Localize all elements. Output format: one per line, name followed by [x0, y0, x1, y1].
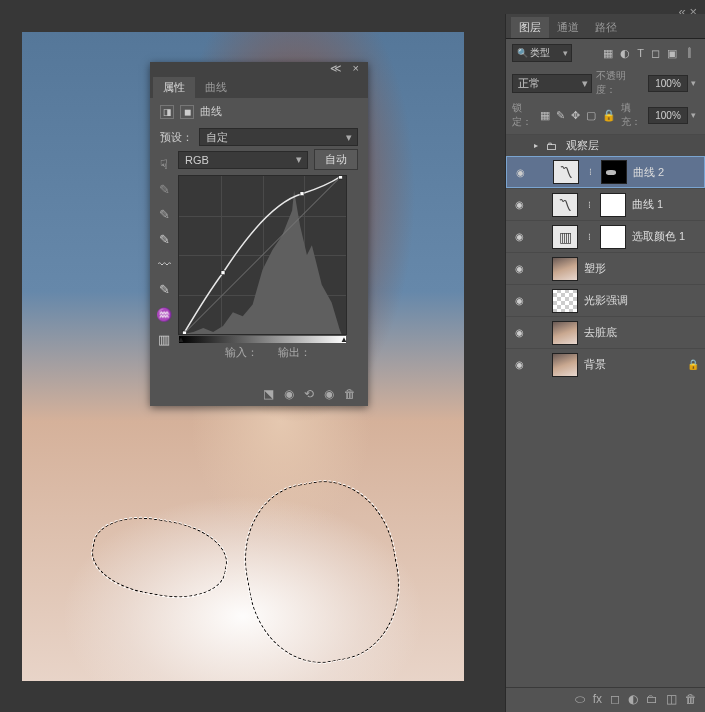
- curve-line: [179, 176, 346, 334]
- close-icon[interactable]: ×: [353, 62, 363, 74]
- layer-name[interactable]: 曲线 2: [633, 165, 698, 180]
- link-icon[interactable]: ⁞: [584, 232, 594, 242]
- adjustment-thumb[interactable]: ▥: [552, 225, 578, 249]
- layer-name[interactable]: 光影强调: [584, 293, 699, 308]
- visibility-toggle[interactable]: ◉: [512, 231, 526, 242]
- filter-toggle-icon[interactable]: ⏽: [684, 47, 695, 60]
- preset-select[interactable]: 自定: [199, 128, 358, 146]
- layer-row-background[interactable]: ◉ 背景 🔒: [506, 348, 705, 380]
- lock-artboard-icon[interactable]: ▢: [586, 109, 596, 122]
- visibility-toggle[interactable]: ◉: [512, 263, 526, 274]
- tab-curves-extra[interactable]: 曲线: [195, 77, 237, 98]
- tab-paths[interactable]: 路径: [587, 17, 625, 38]
- layer-row-lightshadow[interactable]: ◉ 光影强调: [506, 284, 705, 316]
- delete-adjustment-icon[interactable]: 🗑: [344, 387, 356, 401]
- layer-thumb[interactable]: [552, 321, 578, 345]
- smooth-icon[interactable]: ♒: [156, 307, 172, 322]
- tab-channels[interactable]: 通道: [549, 17, 587, 38]
- layer-row-shape[interactable]: ◉ 塑形: [506, 252, 705, 284]
- properties-panel-header[interactable]: ≪ ×: [150, 62, 368, 75]
- visibility-toggle[interactable]: ◉: [512, 295, 526, 306]
- selection-marquee-2: [233, 470, 412, 673]
- clip-to-layer-icon[interactable]: ⬔: [263, 387, 274, 401]
- layer-row-curves1[interactable]: ◉ 〽 ⁞ 曲线 1: [506, 188, 705, 220]
- filter-smart-icon[interactable]: ▣: [667, 47, 677, 60]
- layer-thumb[interactable]: [552, 289, 578, 313]
- layer-row-group[interactable]: ▸ 🗀 观察层: [506, 134, 705, 156]
- lock-pixels-icon[interactable]: ✎: [556, 109, 565, 122]
- filter-adjust-icon[interactable]: ◐: [620, 47, 630, 60]
- delete-layer-icon[interactable]: 🗑: [685, 692, 697, 706]
- svg-rect-3: [183, 331, 187, 334]
- curves-mask-icon: ◼: [180, 105, 194, 119]
- toggle-visibility-icon[interactable]: ◉: [324, 387, 334, 401]
- auto-button[interactable]: 自动: [314, 149, 358, 170]
- hand-tool-icon[interactable]: ☟: [160, 157, 168, 172]
- lock-label: 锁定：: [512, 101, 535, 129]
- layer-name[interactable]: 观察层: [566, 138, 699, 153]
- tab-properties[interactable]: 属性: [153, 77, 195, 98]
- edit-curve-icon[interactable]: 〰: [158, 257, 171, 272]
- link-icon[interactable]: ⁞: [584, 200, 594, 210]
- link-icon[interactable]: ⁞: [585, 167, 595, 177]
- add-mask-icon[interactable]: ◻: [610, 692, 620, 706]
- minimize-icon[interactable]: ≪: [330, 62, 346, 74]
- layer-row-cleanup[interactable]: ◉ 去脏底: [506, 316, 705, 348]
- curves-adjust-icon: ◨: [160, 105, 174, 119]
- layers-panel: 图层 通道 路径 类型 ▦ ◐ T ◻ ▣ ⏽ 正常 不透明度： 100% ▾ …: [505, 14, 705, 712]
- fill-dropdown-icon[interactable]: ▾: [688, 110, 699, 120]
- visibility-toggle[interactable]: ◉: [512, 199, 526, 210]
- group-expand-icon[interactable]: ▸: [534, 141, 538, 150]
- layer-name[interactable]: 去脏底: [584, 325, 699, 340]
- mask-thumb[interactable]: [600, 225, 626, 249]
- opacity-value[interactable]: 100%: [648, 75, 688, 92]
- svg-rect-1: [221, 271, 225, 275]
- black-sampler-icon[interactable]: ✎: [159, 232, 170, 247]
- mask-thumb[interactable]: [600, 193, 626, 217]
- layer-name[interactable]: 选取颜色 1: [632, 229, 699, 244]
- preset-label: 预设：: [160, 130, 193, 145]
- channel-select[interactable]: RGB: [178, 151, 308, 169]
- adjustment-thumb[interactable]: 〽: [553, 160, 579, 184]
- lock-all-icon[interactable]: 🔒: [602, 109, 616, 122]
- filter-type-icon[interactable]: T: [637, 47, 644, 60]
- adjustment-thumb[interactable]: 〽: [552, 193, 578, 217]
- layers-list: ▸ 🗀 观察层 ◉ 〽 ⁞ 曲线 2 ◉ 〽 ⁞ 曲线 1 ◉ ▥ ⁞ 选取颜色: [506, 134, 705, 380]
- selection-marquee-1: [87, 509, 233, 606]
- filter-shape-icon[interactable]: ◻: [651, 47, 660, 60]
- input-label: 输入：: [225, 345, 258, 360]
- layer-row-selectivecolor[interactable]: ◉ ▥ ⁞ 选取颜色 1: [506, 220, 705, 252]
- draw-curve-icon[interactable]: ✎: [159, 282, 170, 297]
- histogram-toggle-icon[interactable]: ▥: [158, 332, 170, 347]
- gray-sampler-icon[interactable]: ✎: [159, 207, 170, 222]
- visibility-toggle[interactable]: ◉: [512, 359, 526, 370]
- visibility-toggle[interactable]: ◉: [513, 167, 527, 178]
- white-sampler-icon[interactable]: ✎: [159, 182, 170, 197]
- layer-thumb[interactable]: [552, 257, 578, 281]
- lock-transparency-icon[interactable]: ▦: [540, 109, 550, 122]
- filter-pixel-icon[interactable]: ▦: [603, 47, 613, 60]
- fill-value[interactable]: 100%: [648, 107, 688, 124]
- opacity-dropdown-icon[interactable]: ▾: [688, 78, 699, 88]
- new-group-icon[interactable]: 🗀: [646, 692, 658, 706]
- layer-row-curves2[interactable]: ◉ 〽 ⁞ 曲线 2: [506, 156, 705, 188]
- layer-thumb[interactable]: [552, 353, 578, 377]
- tab-layers[interactable]: 图层: [511, 17, 549, 38]
- layer-name[interactable]: 曲线 1: [632, 197, 699, 212]
- add-adjustment-icon[interactable]: ◐: [628, 692, 638, 706]
- blend-mode-select[interactable]: 正常: [512, 74, 592, 93]
- input-gradient[interactable]: ▲ ▲: [179, 336, 346, 343]
- properties-panel: ≪ × 属性 曲线 ◨ ◼ 曲线 预设： 自定 ☟ ✎ ✎ ✎ 〰 ✎ ♒ ▥ …: [150, 62, 368, 406]
- filter-kind-select[interactable]: 类型: [512, 44, 572, 62]
- layer-name[interactable]: 背景: [584, 357, 681, 372]
- layer-fx-icon[interactable]: fx: [593, 692, 602, 706]
- layer-name[interactable]: 塑形: [584, 261, 699, 276]
- reset-icon[interactable]: ⟲: [304, 387, 314, 401]
- lock-position-icon[interactable]: ✥: [571, 109, 580, 122]
- curves-graph[interactable]: ▲ ▲: [178, 175, 347, 335]
- new-layer-icon[interactable]: ◫: [666, 692, 677, 706]
- mask-thumb[interactable]: [601, 160, 627, 184]
- view-previous-icon[interactable]: ◉: [284, 387, 294, 401]
- link-layers-icon[interactable]: ⬭: [575, 692, 585, 706]
- visibility-toggle[interactable]: ◉: [512, 327, 526, 338]
